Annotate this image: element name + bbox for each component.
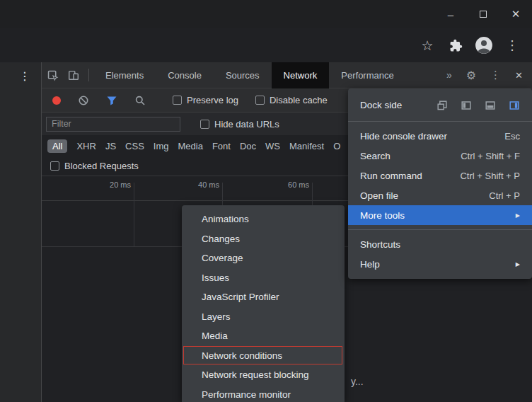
submenu-item-label: Layers <box>202 311 231 322</box>
dock-right-button[interactable] <box>508 99 520 111</box>
submenu-item-network-conditions[interactable]: Network conditions <box>182 346 345 366</box>
maximize-icon <box>480 11 487 18</box>
tab-console[interactable]: Console <box>156 62 214 88</box>
dock-left-icon <box>461 100 472 111</box>
submenu-item-issues[interactable]: Issues <box>182 268 345 288</box>
menu-item-shortcuts[interactable]: Shortcuts <box>348 234 532 254</box>
devtools-close-button[interactable]: ✕ <box>515 70 523 81</box>
menu-item-help[interactable]: Help ▶ <box>348 254 532 274</box>
settings-gear-icon[interactable]: ⚙ <box>466 69 476 82</box>
extensions-button[interactable] <box>441 28 470 62</box>
menu-item-open-file[interactable]: Open file Ctrl + P <box>348 185 532 205</box>
menu-item-hide-console-drawer[interactable]: Hide console drawer Esc <box>348 126 532 146</box>
chip-manifest[interactable]: Manifest <box>289 141 324 151</box>
chip-media[interactable]: Media <box>178 141 202 151</box>
menu-item-label: Help <box>360 259 380 270</box>
chip-all[interactable]: All <box>47 139 67 153</box>
profile-button[interactable] <box>470 28 498 62</box>
submenu-item-label: Issues <box>202 272 229 283</box>
blocked-requests-checkbox[interactable] <box>50 161 59 171</box>
browser-menu-button[interactable]: ⋮ <box>498 28 526 62</box>
disable-cache-toggle[interactable]: Disable cache <box>255 95 328 105</box>
submenu-item-layers[interactable]: Layers <box>182 307 345 327</box>
clear-log-icon[interactable] <box>78 95 89 106</box>
search-icon[interactable] <box>134 95 146 106</box>
chip-img[interactable]: Img <box>154 141 169 151</box>
submenu-item-changes[interactable]: Changes <box>182 229 345 249</box>
window-maximize-button[interactable] <box>467 0 499 28</box>
chip-other-partial[interactable]: O <box>333 141 340 151</box>
inspect-cursor-icon <box>47 69 59 81</box>
dock-side-label: Dock side <box>360 100 402 110</box>
menu-item-run-command[interactable]: Run command Ctrl + Shift + P <box>348 166 532 185</box>
submenu-item-label: Network conditions <box>202 350 282 361</box>
chip-ws[interactable]: WS <box>265 141 280 151</box>
filter-input[interactable] <box>46 117 180 132</box>
hide-data-urls-label: Hide data URLs <box>214 119 279 130</box>
submenu-arrow-icon: ▶ <box>516 261 520 268</box>
hide-data-urls-checkbox[interactable] <box>200 120 209 129</box>
record-button[interactable] <box>52 96 61 105</box>
chip-doc[interactable]: Doc <box>240 141 256 151</box>
bookmark-button[interactable]: ☆ <box>413 28 441 62</box>
preserve-log-checkbox[interactable] <box>173 96 182 105</box>
timeline-gridline <box>134 183 134 246</box>
submenu-item-label: Media <box>202 331 228 341</box>
disable-cache-label: Disable cache <box>270 95 328 105</box>
menu-item-search[interactable]: Search Ctrl + Shift + F <box>348 146 532 166</box>
bookmark-star-icon: ☆ <box>421 38 433 54</box>
dock-left-button[interactable] <box>460 99 472 111</box>
blocked-requests-label: Blocked Requests <box>64 161 139 171</box>
submenu-item-javascript-profiler[interactable]: JavaScript Profiler <box>182 287 345 307</box>
submenu-arrow-icon: ▶ <box>516 212 520 219</box>
menu-item-shortcut: Ctrl + Shift + P <box>460 171 520 181</box>
device-toolbar-button[interactable] <box>63 62 84 88</box>
submenu-item-performance-monitor[interactable]: Performance monitor <box>182 385 345 402</box>
window-close-button[interactable]: ✕ <box>499 0 532 28</box>
menu-item-shortcut: Esc <box>504 131 520 142</box>
menu-item-label: Hide console drawer <box>360 131 447 142</box>
devtools-tabbar: Elements Console Sources Network Perform… <box>42 62 532 88</box>
chip-js[interactable]: JS <box>105 141 116 151</box>
preserve-log-toggle[interactable]: Preserve log <box>173 95 238 105</box>
dock-bottom-button[interactable] <box>484 99 496 111</box>
menu-item-label: Run command <box>360 171 422 181</box>
submenu-item-coverage[interactable]: Coverage <box>182 248 345 268</box>
tab-elements[interactable]: Elements <box>93 62 156 88</box>
kebab-menu-icon: ⋮ <box>506 38 519 53</box>
disable-cache-checkbox[interactable] <box>255 96 265 105</box>
undock-window-icon <box>436 100 448 111</box>
tabbar-separator <box>88 69 89 81</box>
devtools-menu-button[interactable]: ⋮ <box>490 69 501 81</box>
close-icon: ✕ <box>511 8 521 21</box>
more-tabs-button[interactable]: » <box>446 69 452 81</box>
page-menu-icon[interactable]: ⋮ <box>19 69 30 83</box>
menu-item-label: Search <box>360 151 391 161</box>
tabbar-right-controls: » ⚙ ⋮ ✕ <box>446 69 532 82</box>
window-minimize-button[interactable]: – <box>434 0 467 28</box>
screen: – ✕ ☆ ⋮ ⋮ <box>0 0 532 402</box>
dock-right-icon-selected <box>509 100 520 111</box>
submenu-item-media[interactable]: Media <box>182 326 345 346</box>
empty-state-partial-text: y... <box>351 376 364 387</box>
tab-network[interactable]: Network <box>272 62 330 88</box>
chip-font[interactable]: Font <box>212 141 231 151</box>
filter-funnel-icon[interactable] <box>106 95 117 106</box>
menu-item-label: Open file <box>360 190 398 201</box>
hide-data-urls-toggle[interactable]: Hide data URLs <box>200 119 279 130</box>
menu-divider <box>348 121 532 122</box>
submenu-item-label: JavaScript Profiler <box>202 292 279 302</box>
inspect-element-button[interactable] <box>42 62 63 88</box>
menu-item-more-tools[interactable]: More tools ▶ <box>348 205 532 225</box>
undock-button[interactable] <box>436 99 448 111</box>
menu-divider <box>348 229 532 230</box>
ruler-tick-40ms: 40 ms <box>177 180 219 189</box>
devtools-main-menu: Dock side <box>348 88 532 279</box>
chip-css[interactable]: CSS <box>125 141 144 151</box>
tab-sources[interactable]: Sources <box>214 62 272 88</box>
submenu-item-animations[interactable]: Animations <box>182 209 345 229</box>
preserve-log-label: Preserve log <box>187 95 238 105</box>
submenu-item-network-request-blocking[interactable]: Network request blocking <box>182 365 345 385</box>
chip-xhr[interactable]: XHR <box>76 141 96 151</box>
tab-performance[interactable]: Performance <box>329 62 405 88</box>
